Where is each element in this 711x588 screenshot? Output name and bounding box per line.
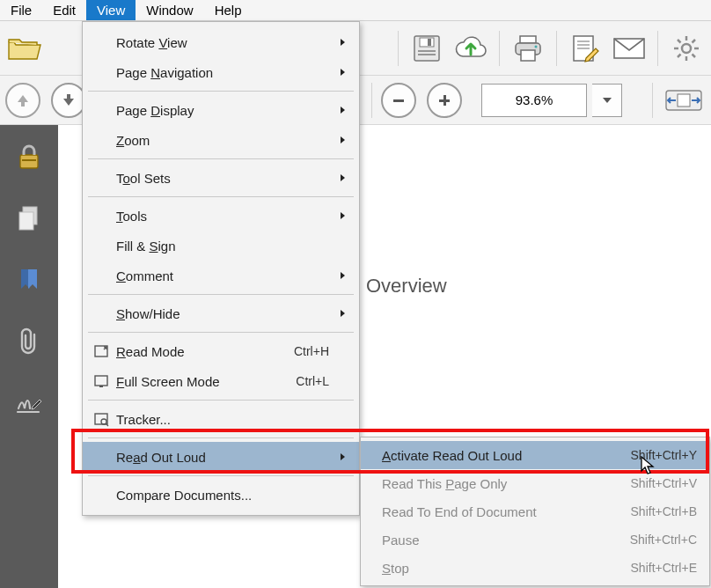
- attachments-icon[interactable]: [15, 327, 43, 356]
- menu-item-fill-sign[interactable]: Fill & Sign: [83, 231, 359, 261]
- bookmarks-icon[interactable]: [15, 266, 43, 294]
- menu-help[interactable]: Help: [204, 0, 253, 20]
- svg-line-20: [693, 54, 696, 57]
- menu-separator: [88, 475, 354, 476]
- menu-edit[interactable]: Edit: [42, 0, 86, 20]
- menu-item-show-hide[interactable]: Show/Hide: [83, 298, 359, 328]
- menu-item-label: Page Display: [113, 103, 334, 118]
- submenu-item-activate-read-out-loud[interactable]: Activate Read Out LoudShift+Ctrl+Y: [361, 441, 709, 469]
- read-mode-icon: [90, 343, 113, 359]
- menu-separator: [88, 91, 354, 92]
- side-panel: [0, 125, 58, 588]
- menu-window[interactable]: Window: [136, 0, 203, 20]
- email-button[interactable]: [610, 29, 649, 68]
- menu-bar: File Edit View Window Help: [0, 0, 711, 21]
- menu-item-zoom[interactable]: Zoom: [83, 125, 359, 155]
- page-up-button[interactable]: [5, 83, 40, 118]
- signatures-icon[interactable]: [15, 389, 43, 417]
- page-down-button[interactable]: [51, 83, 86, 118]
- menu-item-page-navigation[interactable]: Page Navigation: [83, 57, 359, 87]
- menu-separator: [88, 437, 354, 438]
- open-button[interactable]: [5, 29, 44, 68]
- menu-item-comment[interactable]: Comment: [83, 261, 359, 290]
- menu-item-label: Tracker...: [113, 412, 334, 427]
- submenu-arrow-icon: [334, 69, 350, 76]
- menu-separator: [88, 158, 354, 159]
- view-menu: Rotate ViewPage NavigationPage DisplayZo…: [82, 21, 360, 516]
- menu-item-label: Read Out Loud: [113, 450, 334, 465]
- svg-rect-27: [678, 94, 690, 107]
- menu-item-label: Read Mode: [113, 344, 294, 359]
- submenu-item-read-this-page-only: Read This Page OnlyShift+Ctrl+V: [361, 469, 709, 497]
- menu-file[interactable]: File: [0, 0, 42, 20]
- toolbar-divider: [652, 83, 653, 118]
- submenu-arrow-icon: [334, 272, 350, 279]
- submenu-arrow-icon: [334, 310, 350, 317]
- menu-item-label: Fill & Sign: [113, 239, 334, 254]
- menu-item-label: Rotate View: [113, 35, 334, 50]
- svg-rect-1: [420, 38, 434, 47]
- submenu-item-label: Stop: [382, 561, 631, 576]
- svg-rect-2: [428, 39, 431, 46]
- security-icon[interactable]: [15, 143, 43, 171]
- menu-item-rotate-view[interactable]: Rotate View: [83, 27, 359, 57]
- menu-item-tools[interactable]: Tools: [83, 201, 359, 231]
- submenu-item-label: Read This Page Only: [382, 476, 631, 491]
- submenu-item-label: Activate Read Out Loud: [382, 448, 631, 463]
- menu-item-label: Compare Documents...: [113, 488, 334, 503]
- zoom-in-button[interactable]: [427, 83, 462, 118]
- submenu-arrow-icon: [334, 212, 350, 219]
- zoom-input[interactable]: 93.6%: [481, 84, 587, 117]
- submenu-arrow-icon: [334, 39, 350, 46]
- document-heading: Overview: [366, 275, 447, 298]
- menu-item-tool-sets[interactable]: Tool Sets: [83, 163, 359, 193]
- menu-shortcut: Ctrl+L: [296, 374, 334, 388]
- submenu-shortcut: Shift+Ctrl+B: [631, 504, 697, 518]
- fit-width-button[interactable]: [662, 81, 706, 120]
- submenu-shortcut: Shift+Ctrl+Y: [631, 448, 697, 462]
- settings-button[interactable]: [667, 29, 706, 68]
- menu-item-full-screen-mode[interactable]: Full Screen ModeCtrl+L: [83, 366, 359, 396]
- menu-view[interactable]: View: [86, 0, 136, 20]
- menu-item-label: Tools: [113, 209, 334, 224]
- submenu-item-read-to-end-of-document: Read To End of DocumentShift+Ctrl+B: [361, 497, 709, 526]
- menu-item-label: Full Screen Mode: [113, 374, 296, 389]
- svg-rect-7: [521, 50, 535, 61]
- submenu-item-stop: StopShift+Ctrl+E: [361, 554, 709, 582]
- read-out-loud-submenu: Activate Read Out LoudShift+Ctrl+YRead T…: [360, 437, 710, 586]
- menu-item-read-mode[interactable]: Read ModeCtrl+H: [83, 336, 359, 366]
- submenu-item-pause: PauseShift+Ctrl+C: [361, 526, 709, 554]
- svg-rect-33: [95, 376, 107, 386]
- menu-item-label: Comment: [113, 268, 334, 283]
- svg-rect-28: [20, 155, 38, 168]
- svg-rect-34: [99, 386, 103, 387]
- svg-line-21: [678, 54, 681, 57]
- zoom-dropdown[interactable]: [592, 84, 622, 117]
- menu-item-read-out-loud[interactable]: Read Out Loud: [83, 442, 359, 472]
- cloud-upload-button[interactable]: [451, 29, 490, 68]
- submenu-item-label: Read To End of Document: [382, 504, 631, 519]
- menu-separator: [88, 294, 354, 295]
- svg-point-8: [535, 45, 538, 48]
- submenu-shortcut: Shift+Ctrl+C: [630, 533, 697, 547]
- menu-item-label: Page Navigation: [113, 65, 334, 80]
- menu-item-tracker[interactable]: Tracker...: [83, 404, 359, 434]
- menu-item-compare-documents[interactable]: Compare Documents...: [83, 480, 359, 510]
- toolbar-divider: [657, 31, 658, 66]
- submenu-arrow-icon: [334, 107, 350, 114]
- submenu-arrow-icon: [334, 453, 350, 460]
- menu-separator: [88, 332, 354, 333]
- toolbar-divider: [371, 83, 372, 118]
- submenu-shortcut: Shift+Ctrl+V: [631, 476, 697, 490]
- pages-icon[interactable]: [15, 204, 43, 232]
- menu-item-label: Show/Hide: [113, 306, 334, 321]
- menu-item-page-display[interactable]: Page Display: [83, 95, 359, 125]
- zoom-out-button[interactable]: [381, 83, 416, 118]
- svg-rect-23: [393, 99, 404, 102]
- print-button[interactable]: [509, 29, 547, 68]
- menu-shortcut: Ctrl+H: [294, 344, 334, 358]
- submenu-item-label: Pause: [382, 533, 630, 548]
- svg-line-22: [693, 40, 696, 43]
- save-button[interactable]: [407, 29, 446, 68]
- edit-page-button[interactable]: [566, 29, 605, 68]
